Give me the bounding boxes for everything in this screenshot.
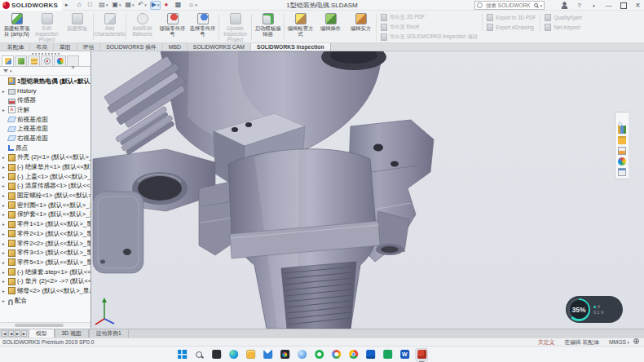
search-caret-icon[interactable]	[540, 3, 542, 8]
expand-arrow-icon[interactable]	[2, 193, 7, 198]
tab-next-button[interactable]: ▶	[15, 330, 20, 337]
tree-item[interactable]: 上视基准面	[0, 124, 90, 134]
export-edrawing-button[interactable]: Export eDrawing	[487, 24, 536, 31]
document-tab[interactable]: 模型	[29, 329, 55, 338]
file-explorer-tab[interactable]	[618, 136, 626, 144]
custom-properties-tab[interactable]	[618, 168, 626, 176]
expand-arrow-icon[interactable]	[2, 222, 7, 227]
export-sw-inspection-project-button[interactable]: 导出至 SOLIDWORKS Inspection 项目	[381, 33, 478, 41]
expand-arrow-icon[interactable]	[2, 289, 7, 294]
export-3d-pdf-button[interactable]: Export to 3D PDF	[487, 14, 536, 21]
bing-button[interactable]	[295, 348, 308, 361]
search-icon[interactable]	[534, 3, 538, 7]
expand-arrow-icon[interactable]	[2, 232, 7, 236]
graphics-viewport[interactable]: 35% 0 0.1 K	[91, 51, 644, 329]
expand-arrow-icon[interactable]	[2, 108, 7, 113]
resources-tab[interactable]	[618, 115, 626, 123]
word-button[interactable]	[398, 348, 411, 361]
command-tab[interactable]: SOLIDWORKS CAM	[187, 43, 251, 51]
status-item[interactable]: 在编辑 装配体	[564, 338, 599, 347]
filter-caret-icon[interactable]	[10, 68, 12, 73]
expand-arrow-icon[interactable]	[2, 155, 7, 160]
dropdown-caret-icon[interactable]	[195, 2, 197, 7]
remove-balloons-button[interactable]: 移除零件序号	[157, 11, 187, 37]
expand-arrow-icon[interactable]	[2, 298, 7, 303]
tree-item[interactable]: 零件5<1> (默认<<默认>_显示状态	[0, 258, 90, 267]
expand-arrow-icon[interactable]	[2, 174, 7, 179]
app-green-circle-button[interactable]	[312, 348, 325, 361]
tree-item[interactable]: 零件3<1> (默认<<默认>_显示状态	[0, 248, 90, 258]
open-icon[interactable]	[98, 1, 108, 10]
displaymanager-tab[interactable]	[54, 55, 66, 66]
file-explorer-button[interactable]	[244, 348, 257, 361]
minimize-button[interactable]	[604, 1, 613, 10]
logo-flyout-arrow-icon[interactable]: ▸	[65, 2, 68, 8]
command-tab[interactable]: SOLIDWORKS 插件	[100, 43, 163, 51]
rebuild-icon[interactable]	[163, 1, 171, 10]
tree-item[interactable]: 零件2<1> (默认<<默认>_显示状态	[0, 229, 90, 239]
tree-item[interactable]: 外壳 (2)<1> (默认<<默认>_显示状态	[0, 153, 90, 163]
search-button[interactable]	[192, 348, 205, 361]
tab-first-button[interactable]: ◀	[2, 330, 7, 337]
appearances-tab[interactable]	[618, 157, 626, 166]
update-inspection-project-button[interactable]: Update Inspection Project	[220, 11, 250, 42]
design-library-tab[interactable]	[618, 126, 626, 134]
new-inspection-project-button[interactable]: 新建检查项目 (amp;N)	[2, 11, 32, 37]
help-button[interactable]	[575, 1, 584, 10]
help-caret-icon[interactable]	[589, 1, 598, 10]
command-tab[interactable]: 装配体	[2, 43, 30, 51]
tree-filter-row[interactable]	[0, 67, 90, 76]
tree-item[interactable]: 右视基准面	[0, 134, 90, 143]
tree-item[interactable]: 配合	[0, 296, 90, 306]
search-input[interactable]	[484, 2, 532, 9]
select-balloons-button[interactable]: 选择零件序号	[187, 11, 218, 37]
command-tab[interactable]: SOLIDWORKS Inspection	[251, 43, 331, 51]
dimxpertmanager-tab[interactable]	[41, 55, 53, 66]
options-icon[interactable]	[187, 1, 198, 10]
add-characteristic-button[interactable]: Add Characteristic	[95, 11, 125, 37]
display-settings-icon[interactable]	[174, 1, 185, 10]
undo-icon[interactable]	[138, 1, 148, 10]
tab-last-button[interactable]: ▶	[21, 330, 27, 337]
command-tab[interactable]: 草图	[54, 43, 77, 51]
tree-item[interactable]: 螺母<2> (默认<<默认>_显示状态	[0, 286, 90, 296]
app-green-button[interactable]	[381, 348, 394, 361]
dropdown-caret-icon[interactable]	[157, 2, 160, 7]
tab-prev-button[interactable]: ◀	[8, 330, 14, 337]
tree-item[interactable]: (-) 上盖<1> (默认<<默认>_显示状态	[0, 172, 90, 182]
expand-arrow-icon[interactable]	[2, 165, 7, 170]
expand-arrow-icon[interactable]	[2, 212, 7, 217]
command-tab[interactable]: 评估	[77, 43, 101, 51]
edge-button[interactable]	[227, 348, 240, 361]
user-account-icon[interactable]	[561, 2, 568, 9]
document-tab[interactable]: 运动算例1	[89, 329, 129, 338]
tree-item[interactable]: 传感器	[0, 95, 90, 105]
dropdown-caret-icon[interactable]	[119, 2, 121, 7]
chrome-button[interactable]	[346, 348, 359, 361]
tree-item[interactable]: (-) 温度传感器<1> (默认<<默认>_显	[0, 182, 90, 192]
select-icon[interactable]	[150, 1, 161, 10]
tree-item[interactable]: 零件1<1> (默认<<默认>_显示状态	[0, 219, 90, 229]
document-tab[interactable]: 3D 视图	[55, 329, 89, 338]
status-item[interactable]: MMGS	[609, 339, 629, 345]
command-tab[interactable]: MBD	[163, 43, 187, 51]
view-palette-tab[interactable]	[618, 147, 626, 155]
close-button[interactable]	[633, 1, 642, 10]
expand-arrow-icon[interactable]	[2, 279, 7, 284]
new-template-button[interactable]: 新建模板	[62, 11, 92, 31]
net-inspect-button[interactable]: Net-Inspect	[545, 24, 582, 31]
photos-button[interactable]	[278, 348, 291, 361]
expand-arrow-icon[interactable]	[2, 203, 7, 208]
panel-tab-overflow[interactable]	[67, 55, 79, 66]
edit-inspection-project-button[interactable]: Edit Inspection Project	[32, 11, 62, 42]
edit-inspection-methods-button[interactable]: 编辑检查方式	[285, 11, 315, 37]
configurationmanager-tab[interactable]	[28, 55, 40, 66]
task-view-button[interactable]	[210, 348, 223, 361]
tree-item[interactable]: (-) 垫片 (2)<2> ->? (默认<<默认>	[0, 276, 90, 286]
new-doc-icon[interactable]	[87, 1, 95, 10]
status-globe-icon[interactable]	[633, 338, 639, 344]
expand-arrow-icon[interactable]	[2, 270, 7, 275]
tree-item[interactable]: 注解	[0, 105, 90, 115]
mail-button[interactable]	[261, 348, 274, 361]
expand-arrow-icon[interactable]	[2, 183, 7, 188]
